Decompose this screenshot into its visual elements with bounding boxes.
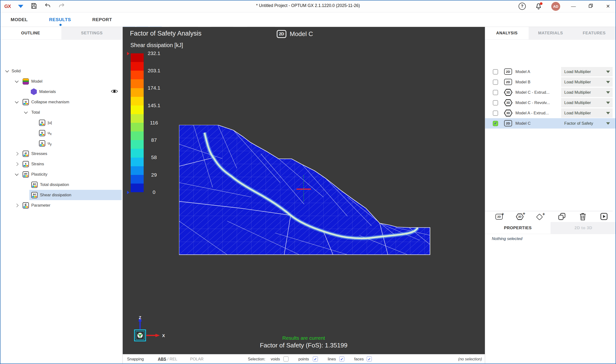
help-button[interactable]: ? [518, 3, 526, 10]
app-menu-chevron-icon[interactable] [18, 5, 23, 8]
tab-materials[interactable]: MATERIALS [529, 27, 572, 39]
tree-item-ux[interactable]: u ux [0, 128, 123, 138]
tree-item-model[interactable]: Model [0, 76, 123, 87]
model-row[interactable]: 2D Model B Load Multiplier [485, 77, 616, 87]
window-title: * Untitled Project - OPTUM GX 2.1.1220.0… [256, 3, 360, 8]
dropdown-arrow-icon [606, 112, 610, 114]
materials-hexagon-icon [31, 88, 37, 95]
filter-voids-checkbox[interactable] [283, 357, 289, 362]
viewport-canvas[interactable]: Factor of Safety Analysis 2D Model C She… [123, 27, 485, 354]
save-button[interactable] [30, 3, 37, 10]
model-row[interactable]: 3D Model C - Extrud... Load Multiplier [485, 87, 616, 98]
mesh-plot[interactable] [179, 125, 431, 255]
app-logo: GX [4, 4, 11, 9]
tab-features[interactable]: FEATURES [573, 27, 616, 39]
result-dissipation-icon: ∫(σ) [23, 171, 29, 178]
result-u-icon: u [39, 130, 45, 136]
tree-item-u-abs[interactable]: u |u| [0, 117, 123, 128]
legend-min-marker[interactable] [127, 191, 129, 194]
notification-dot-icon [540, 2, 543, 5]
visibility-eye-icon[interactable] [111, 89, 118, 95]
tab-2d-to-3d: 2D to 3D [551, 222, 616, 234]
tree-item-strains[interactable]: ε Strains [0, 159, 123, 169]
orientation-gizmo[interactable]: Z X [132, 315, 168, 346]
model-row[interactable]: 3D Model A - Extrud... Load Multiplier [485, 108, 616, 118]
badge-2d-icon: 2D [504, 68, 512, 75]
analysis-type-dropdown[interactable]: Load Multiplier [561, 98, 613, 107]
dropdown-arrow-icon [606, 91, 610, 94]
tree-item-total[interactable]: Total [0, 107, 123, 117]
tab-model[interactable]: MODEL [11, 17, 28, 22]
undo-button[interactable] [44, 2, 51, 10]
status-bar: Snapping ABS / REL POLAR Selection: void… [123, 354, 485, 364]
model-checkbox[interactable] [493, 79, 498, 85]
avatar[interactable]: AD [551, 2, 560, 11]
chevron-down-icon[interactable] [15, 100, 19, 104]
legend-max-marker[interactable] [127, 52, 129, 55]
model-row-selected[interactable]: ✓ 2D Model C Factor of Safety [485, 118, 616, 129]
tree-item-total-dissipation[interactable]: ∫(σ) Total dissipation [0, 180, 123, 190]
minimize-button[interactable]: — [569, 4, 577, 9]
add-3d-model-button[interactable]: 3D + [515, 211, 526, 222]
result-sigma-icon: σ [23, 151, 29, 157]
chevron-down-icon[interactable] [15, 172, 19, 176]
analysis-type-dropdown[interactable]: Factor of Safety [561, 119, 613, 128]
chevron-down-icon[interactable] [5, 69, 9, 73]
tree-item-stresses[interactable]: σ Stresses [0, 148, 123, 159]
chevron-down-icon[interactable] [15, 79, 19, 83]
close-button[interactable]: ✕ [604, 3, 612, 9]
filter-points-checkbox[interactable]: ✓ [313, 357, 318, 362]
model-checkbox[interactable] [493, 90, 498, 95]
tree-item-plasticity[interactable]: ∫(σ) Plasticity [0, 169, 123, 180]
model-row[interactable]: 3D Model C - Revolv... Load Multiplier [485, 98, 616, 108]
chevron-right-icon[interactable] [15, 204, 19, 207]
polar-toggle[interactable]: POLAR [190, 357, 204, 361]
titlebar: GX * Untitled Project - OPTUM GX 2.1.122… [0, 0, 616, 13]
restore-button[interactable] [587, 3, 595, 10]
badge-3d-icon: 3D [504, 89, 513, 96]
chevron-right-icon[interactable] [15, 162, 19, 166]
tree-item-collapse-mechanism[interactable]: u Collapse mechanism [0, 97, 123, 107]
analysis-type-dropdown[interactable]: Load Multiplier [561, 67, 613, 76]
run-analysis-button[interactable] [598, 211, 610, 222]
tree-item-materials[interactable]: Materials [0, 87, 123, 97]
tab-report[interactable]: REPORT [92, 17, 112, 22]
selection-label: Selection: [248, 357, 265, 361]
chevron-right-icon[interactable] [15, 152, 19, 156]
filter-faces-checkbox[interactable]: ✓ [367, 357, 372, 362]
model-row[interactable]: 2D Model A Load Multiplier [485, 66, 616, 77]
tab-properties[interactable]: PROPERTIES [485, 222, 551, 234]
tab-outline[interactable]: OUTLINE [0, 27, 61, 39]
duplicate-button[interactable] [556, 211, 567, 222]
tree-item-parameter[interactable]: E Parameter [0, 200, 123, 210]
analysis-type-dropdown[interactable]: Load Multiplier [561, 88, 613, 97]
add-node-button[interactable]: + [535, 211, 546, 222]
tree-item-uy[interactable]: u uy [0, 138, 123, 148]
model-checkbox[interactable] [493, 69, 498, 75]
tab-settings[interactable]: SETTINGS [61, 27, 123, 39]
result-u-icon: u [23, 99, 29, 105]
dropdown-arrow-icon [606, 81, 610, 83]
filter-lines-checkbox[interactable]: ✓ [339, 357, 344, 362]
add-2d-model-button[interactable]: 2D + [494, 211, 505, 222]
legend-tick: 87 [144, 137, 164, 143]
model-checkbox[interactable] [493, 111, 498, 116]
analysis-type-dropdown[interactable]: Load Multiplier [561, 108, 613, 118]
delete-button[interactable] [577, 211, 588, 222]
tree-item-solid[interactable]: Solid [0, 66, 123, 76]
model-name-label: Model C [290, 30, 313, 38]
redo-button[interactable] [58, 2, 65, 10]
chevron-down-icon[interactable] [24, 110, 28, 114]
badge-3d-icon: 3D [504, 99, 513, 106]
tab-analysis[interactable]: ANALYSIS [485, 27, 529, 39]
abs-rel-toggle[interactable]: ABS / REL [158, 357, 177, 361]
tab-results[interactable]: RESULTS [49, 17, 71, 22]
analysis-type-dropdown[interactable]: Load Multiplier [561, 77, 613, 87]
filter-faces-label: faces [354, 357, 364, 361]
result-u-icon: u [39, 140, 45, 147]
model-checkbox[interactable] [493, 100, 498, 105]
legend-tick: 232.1 [144, 51, 164, 56]
model-checkbox-checked[interactable]: ✓ [493, 121, 498, 126]
tree-item-shear-dissipation[interactable]: ∫(σ) Shear dissipation [0, 190, 123, 200]
notifications-button[interactable] [535, 3, 542, 10]
